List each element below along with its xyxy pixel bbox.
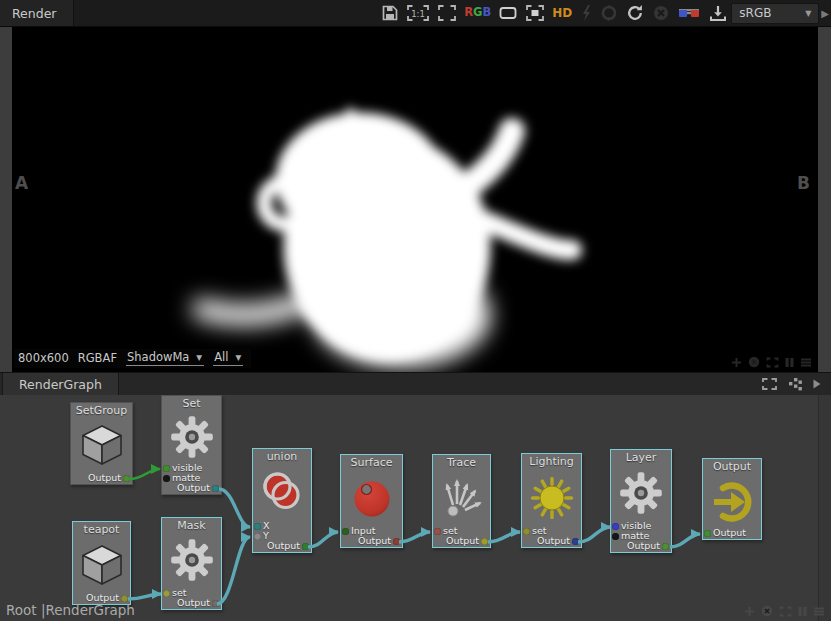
breadcrumb-root[interactable]: Root [6,602,41,618]
cube-icon [73,536,130,593]
port-dot[interactable] [612,523,619,530]
node-title: Set [162,396,221,410]
port-dot[interactable] [523,528,530,535]
edge-Layer.Output-to-Output.Output[interactable] [670,534,700,547]
tab-rendergraph[interactable]: RenderGraph [2,373,119,395]
graph-breadcrumb[interactable]: Root |RenderGraph [6,602,135,618]
render-image-area[interactable]: A B 800x600 RGBAF ShadowMa ▼ All ▼ [12,27,818,372]
stop-render-icon [652,2,670,24]
frame-view-icon[interactable] [437,2,457,24]
port-label: Output [88,473,121,483]
chevron-down-icon: ▼ [805,9,811,18]
corners-icon[interactable] [766,357,779,368]
svg-text:1:1: 1:1 [411,9,425,19]
edge-Surface.Output-to-Trace.set[interactable] [399,532,430,542]
refresh-icon[interactable] [625,2,645,24]
edge-teapot.Output-to-Mask.set[interactable] [128,594,161,599]
node-Output[interactable]: OutputOutput [702,458,762,540]
bars-icon[interactable] [785,357,794,368]
port-Output-Output: Output [703,528,761,538]
edge-Set.Output-to-union.X[interactable] [219,489,250,527]
data-window-icon[interactable] [525,2,545,24]
port-dot[interactable] [481,538,488,545]
port-dot[interactable] [342,528,349,535]
color-space-dropdown[interactable]: sRGB ▼ [731,3,819,24]
edge-union.Output-to-Surface.Input[interactable] [308,532,338,547]
port-dot[interactable] [612,533,619,540]
port-dot[interactable] [163,590,170,597]
graph-corner-controls [744,605,825,617]
sun-icon [522,468,581,526]
chevron-down-icon: ▼ [235,353,241,362]
gear-icon [162,410,221,463]
layout-nodes-icon[interactable] [787,377,803,391]
node-Layer[interactable]: LayervisiblematteOutput [610,449,672,553]
display-window-icon[interactable] [498,2,518,24]
port-dot[interactable] [704,530,711,537]
snapshot-icon[interactable] [708,2,728,24]
node-title: Lighting [522,454,581,468]
port-dot[interactable] [212,485,219,492]
outputarrow-icon [703,473,761,528]
port-dot[interactable] [254,523,261,530]
port-dot[interactable] [572,538,579,545]
graph-panel-header: RenderGraph [0,372,831,395]
port-label: Output [537,536,570,546]
bars-icon[interactable] [798,606,807,617]
viewport-info-bar: 800x600 RGBAF ShadowMa ▼ All ▼ [14,349,251,368]
plus-icon[interactable] [744,606,755,617]
cube-icon [71,417,132,473]
node-teapot[interactable]: teapotOutput [72,521,131,605]
chevron-right-icon[interactable]: ▶ [819,8,831,19]
layer-dropdown[interactable]: ShadowMa ▼ [126,350,204,366]
node-union[interactable]: unionXYOutput [252,448,312,553]
plus-icon[interactable] [731,357,742,368]
image-format: RGBAF [78,351,117,365]
port-dot[interactable] [302,543,309,550]
menu-icon[interactable] [813,606,825,617]
node-Trace[interactable]: TracesetOutput [432,454,491,548]
node-Lighting[interactable]: LightingsetOutput [521,453,582,548]
node-ports: InputOutput [341,526,402,547]
node-title: Layer [611,450,671,464]
port-label: Output [446,536,479,546]
edge-Trace.Output-to-Lighting.set[interactable] [488,532,520,542]
stereo-view-icon[interactable] [677,2,701,24]
node-ports: Output [703,528,761,539]
close-circle-icon[interactable] [761,605,773,617]
save-image-icon[interactable] [381,2,399,24]
auto-update-icon [600,2,618,24]
zoom-one-to-one-icon[interactable]: 1:1 [406,2,430,24]
port-dot[interactable] [121,595,128,602]
channels-dropdown[interactable]: All ▼ [213,350,243,366]
node-title: Trace [433,455,490,469]
corners-icon[interactable] [779,606,792,617]
resolution-hd-icon[interactable]: HD [552,2,572,24]
node-SetGroup[interactable]: SetGroupOutput [70,402,133,485]
port-dot[interactable] [163,465,170,472]
union-icon [253,463,311,521]
edge-SetGroup.Output-to-Set.visible[interactable] [129,469,160,479]
close-circle-icon[interactable] [748,356,760,368]
node-Mask[interactable]: MasksetOutput [161,517,222,610]
port-dot[interactable] [163,475,170,482]
tab-render[interactable]: Render [0,0,74,26]
graph-canvas[interactable]: Root |RenderGraph SetGroupOutputSetvisib… [0,395,831,621]
port-dot[interactable] [662,543,669,550]
rgb-channels-icon[interactable]: RGB [464,2,491,24]
node-title: Mask [162,518,221,532]
tab-render-label: Render [12,6,57,21]
node-Set[interactable]: SetvisiblematteOutput [161,395,222,495]
node-ports: visiblematteOutput [162,463,221,494]
port-dot[interactable] [254,533,261,540]
port-dot[interactable] [434,528,441,535]
viewport-corner-controls [731,356,812,368]
play-icon[interactable] [812,378,822,390]
port-dot[interactable] [212,600,219,607]
node-Surface[interactable]: SurfaceInputOutput [340,454,403,548]
port-dot[interactable] [393,538,400,545]
port-dot[interactable] [123,475,130,482]
edge-Lighting.Output-to-Layer.visible[interactable] [578,527,610,542]
menu-icon[interactable] [800,357,812,368]
frame-all-icon[interactable] [761,377,778,391]
